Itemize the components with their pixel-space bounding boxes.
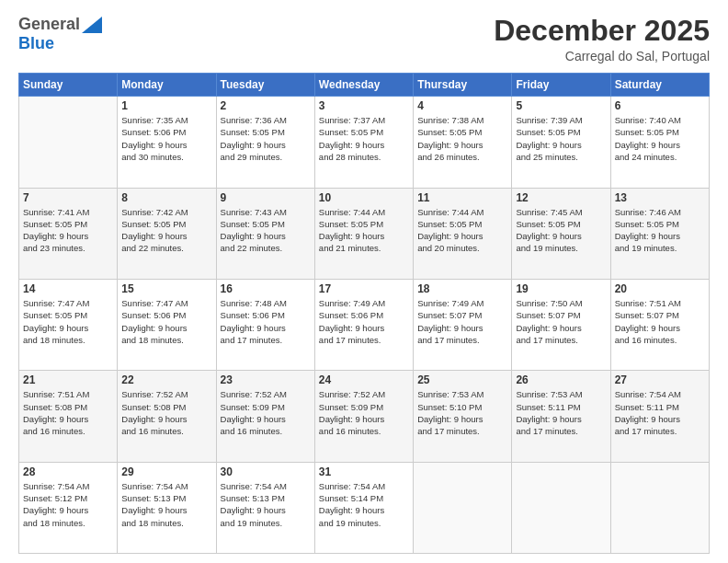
table-cell: 16Sunrise: 7:48 AM Sunset: 5:06 PM Dayli…: [216, 279, 314, 370]
day-number: 24: [319, 373, 409, 386]
table-cell: 8Sunrise: 7:42 AM Sunset: 5:05 PM Daylig…: [118, 188, 216, 279]
day-number: 9: [221, 191, 311, 204]
day-info: Sunrise: 7:53 AM Sunset: 5:10 PM Dayligh…: [417, 388, 507, 437]
calendar-table: Sunday Monday Tuesday Wednesday Thursday…: [18, 73, 710, 554]
day-info: Sunrise: 7:39 AM Sunset: 5:05 PM Dayligh…: [516, 114, 606, 163]
month-title: December 2025: [494, 15, 710, 47]
day-info: Sunrise: 7:48 AM Sunset: 5:06 PM Dayligh…: [221, 297, 311, 346]
table-cell: 26Sunrise: 7:53 AM Sunset: 5:11 PM Dayli…: [512, 371, 610, 462]
day-info: Sunrise: 7:49 AM Sunset: 5:07 PM Dayligh…: [417, 297, 507, 346]
day-number: 22: [121, 373, 211, 386]
day-info: Sunrise: 7:46 AM Sunset: 5:05 PM Dayligh…: [615, 206, 705, 255]
day-number: 16: [221, 282, 311, 295]
table-cell: 15Sunrise: 7:47 AM Sunset: 5:06 PM Dayli…: [118, 279, 216, 370]
day-info: Sunrise: 7:50 AM Sunset: 5:07 PM Dayligh…: [516, 297, 606, 346]
title-block: December 2025 Carregal do Sal, Portugal: [494, 15, 710, 63]
day-info: Sunrise: 7:40 AM Sunset: 5:05 PM Dayligh…: [615, 114, 705, 163]
header: General Blue December 2025 Carregal do S…: [18, 15, 710, 63]
table-cell: 14Sunrise: 7:47 AM Sunset: 5:05 PM Dayli…: [19, 279, 118, 370]
logo-text: General: [18, 15, 102, 34]
day-info: Sunrise: 7:44 AM Sunset: 5:05 PM Dayligh…: [417, 206, 507, 255]
col-friday: Friday: [512, 74, 610, 97]
day-info: Sunrise: 7:37 AM Sunset: 5:05 PM Dayligh…: [319, 114, 409, 163]
svg-marker-0: [82, 17, 102, 33]
logo-general: General: [18, 15, 80, 34]
col-sunday: Sunday: [19, 74, 118, 97]
table-cell: 27Sunrise: 7:54 AM Sunset: 5:11 PM Dayli…: [610, 371, 709, 462]
day-number: 10: [319, 191, 409, 204]
day-number: 28: [23, 465, 113, 478]
day-number: 14: [23, 282, 113, 295]
day-info: Sunrise: 7:41 AM Sunset: 5:05 PM Dayligh…: [23, 206, 113, 255]
day-number: 20: [615, 282, 705, 295]
day-number: 4: [417, 99, 507, 112]
table-cell: 12Sunrise: 7:45 AM Sunset: 5:05 PM Dayli…: [512, 188, 610, 279]
day-number: 2: [221, 99, 311, 112]
day-info: Sunrise: 7:54 AM Sunset: 5:11 PM Dayligh…: [615, 388, 705, 437]
day-number: 5: [516, 99, 606, 112]
table-cell: 11Sunrise: 7:44 AM Sunset: 5:05 PM Dayli…: [414, 188, 512, 279]
day-info: Sunrise: 7:42 AM Sunset: 5:05 PM Dayligh…: [121, 206, 211, 255]
day-info: Sunrise: 7:45 AM Sunset: 5:05 PM Dayligh…: [516, 206, 606, 255]
day-number: 7: [23, 191, 113, 204]
col-wednesday: Wednesday: [314, 74, 413, 97]
day-info: Sunrise: 7:51 AM Sunset: 5:07 PM Dayligh…: [615, 297, 705, 346]
table-cell: 6Sunrise: 7:40 AM Sunset: 5:05 PM Daylig…: [610, 97, 709, 188]
calendar-week-row: 7Sunrise: 7:41 AM Sunset: 5:05 PM Daylig…: [19, 188, 710, 279]
table-cell: 17Sunrise: 7:49 AM Sunset: 5:06 PM Dayli…: [314, 279, 413, 370]
day-info: Sunrise: 7:54 AM Sunset: 5:12 PM Dayligh…: [23, 480, 113, 529]
day-info: Sunrise: 7:43 AM Sunset: 5:05 PM Dayligh…: [221, 206, 311, 255]
table-cell: [610, 462, 709, 553]
logo-icon: [82, 17, 102, 33]
day-number: 26: [516, 373, 606, 386]
calendar-header-row: Sunday Monday Tuesday Wednesday Thursday…: [19, 74, 710, 97]
day-number: 15: [121, 282, 211, 295]
day-number: 8: [121, 191, 211, 204]
calendar-week-row: 28Sunrise: 7:54 AM Sunset: 5:12 PM Dayli…: [19, 462, 710, 553]
col-monday: Monday: [118, 74, 216, 97]
day-info: Sunrise: 7:54 AM Sunset: 5:13 PM Dayligh…: [121, 480, 211, 529]
table-cell: 21Sunrise: 7:51 AM Sunset: 5:08 PM Dayli…: [19, 371, 118, 462]
table-cell: 10Sunrise: 7:44 AM Sunset: 5:05 PM Dayli…: [314, 188, 413, 279]
table-cell: 7Sunrise: 7:41 AM Sunset: 5:05 PM Daylig…: [19, 188, 118, 279]
table-cell: 2Sunrise: 7:36 AM Sunset: 5:05 PM Daylig…: [216, 97, 314, 188]
day-number: 29: [121, 465, 211, 478]
day-number: 27: [615, 373, 705, 386]
table-cell: 19Sunrise: 7:50 AM Sunset: 5:07 PM Dayli…: [512, 279, 610, 370]
day-info: Sunrise: 7:54 AM Sunset: 5:13 PM Dayligh…: [221, 480, 311, 529]
logo-blue-text: Blue: [18, 34, 54, 52]
day-number: 17: [319, 282, 409, 295]
day-number: 13: [615, 191, 705, 204]
day-number: 30: [221, 465, 311, 478]
day-number: 11: [417, 191, 507, 204]
col-tuesday: Tuesday: [216, 74, 314, 97]
day-info: Sunrise: 7:35 AM Sunset: 5:06 PM Dayligh…: [121, 114, 211, 163]
table-cell: [512, 462, 610, 553]
day-info: Sunrise: 7:52 AM Sunset: 5:09 PM Dayligh…: [319, 388, 409, 437]
table-cell: 29Sunrise: 7:54 AM Sunset: 5:13 PM Dayli…: [118, 462, 216, 553]
day-info: Sunrise: 7:38 AM Sunset: 5:05 PM Dayligh…: [417, 114, 507, 163]
table-cell: 3Sunrise: 7:37 AM Sunset: 5:05 PM Daylig…: [314, 97, 413, 188]
table-cell: 25Sunrise: 7:53 AM Sunset: 5:10 PM Dayli…: [414, 371, 512, 462]
table-cell: 9Sunrise: 7:43 AM Sunset: 5:05 PM Daylig…: [216, 188, 314, 279]
table-cell: [19, 97, 118, 188]
day-number: 23: [221, 373, 311, 386]
day-info: Sunrise: 7:53 AM Sunset: 5:11 PM Dayligh…: [516, 388, 606, 437]
day-number: 3: [319, 99, 409, 112]
col-thursday: Thursday: [414, 74, 512, 97]
table-cell: 5Sunrise: 7:39 AM Sunset: 5:05 PM Daylig…: [512, 97, 610, 188]
table-cell: 23Sunrise: 7:52 AM Sunset: 5:09 PM Dayli…: [216, 371, 314, 462]
day-number: 6: [615, 99, 705, 112]
logo: General Blue: [18, 15, 102, 53]
table-cell: 28Sunrise: 7:54 AM Sunset: 5:12 PM Dayli…: [19, 462, 118, 553]
day-info: Sunrise: 7:51 AM Sunset: 5:08 PM Dayligh…: [23, 388, 113, 437]
day-info: Sunrise: 7:49 AM Sunset: 5:06 PM Dayligh…: [319, 297, 409, 346]
table-cell: 4Sunrise: 7:38 AM Sunset: 5:05 PM Daylig…: [414, 97, 512, 188]
table-cell: [414, 462, 512, 553]
col-saturday: Saturday: [610, 74, 709, 97]
page: General Blue December 2025 Carregal do S…: [0, 0, 728, 563]
day-info: Sunrise: 7:52 AM Sunset: 5:09 PM Dayligh…: [221, 388, 311, 437]
day-info: Sunrise: 7:52 AM Sunset: 5:08 PM Dayligh…: [121, 388, 211, 437]
table-cell: 30Sunrise: 7:54 AM Sunset: 5:13 PM Dayli…: [216, 462, 314, 553]
calendar-week-row: 1Sunrise: 7:35 AM Sunset: 5:06 PM Daylig…: [19, 97, 710, 188]
